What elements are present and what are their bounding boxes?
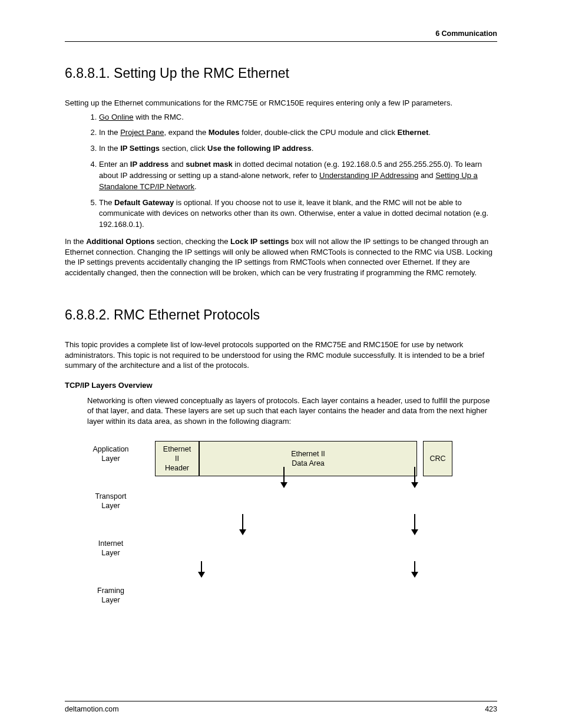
box-ethernet-header: EthernetIIHeader	[155, 441, 199, 476]
box-crc: CRC	[423, 441, 452, 476]
box-ethernet-data: Ethernet IIData Area	[199, 441, 417, 476]
svg-marker-3	[411, 482, 418, 488]
arrow-icon	[238, 514, 247, 535]
protocols-intro: This topic provides a complete list of l…	[65, 340, 497, 371]
arrow-icon	[410, 561, 419, 578]
arrow-icon	[410, 467, 419, 488]
bold-ip-address: IP address	[130, 160, 169, 169]
link-project-pane[interactable]: Project Pane	[120, 128, 164, 137]
step-4: Enter an IP address and subnet mask in d…	[99, 159, 497, 193]
bold-subnet-mask: subnet mask	[186, 160, 232, 169]
subheading-tcpip-layers: TCP/IP Layers Overview	[65, 380, 497, 391]
intro-paragraph: Setting up the Ethernet communications f…	[65, 98, 497, 108]
tcpip-layers-diagram: ApplicationLayer TransportLayer Internet…	[81, 441, 458, 630]
bold-ethernet: Ethernet	[398, 128, 429, 137]
bold-ip-settings: IP Settings	[120, 144, 160, 153]
svg-marker-11	[411, 572, 418, 578]
step-1: Go Online with the RMC.	[99, 112, 497, 123]
step-5: The Default Gateway is optional. If you …	[99, 197, 497, 231]
bold-use-following-ip: Use the following IP address	[207, 144, 312, 153]
heading-protocols: 6.8.8.2. RMC Ethernet Protocols	[65, 307, 497, 323]
svg-marker-5	[239, 529, 246, 535]
page-header: 6 Communication	[65, 29, 497, 42]
bold-modules: Modules	[209, 128, 240, 137]
link-go-online[interactable]: Go Online	[99, 113, 134, 121]
link-understanding-ip[interactable]: Understanding IP Addressing	[319, 171, 418, 180]
page-footer: deltamotion.com 423	[65, 701, 497, 713]
bold-lock-ip: Lock IP settings	[230, 237, 289, 246]
arrow-icon	[197, 561, 206, 578]
arrow-icon	[279, 467, 289, 488]
footer-domain: deltamotion.com	[65, 705, 119, 713]
step-3: In the IP Settings section, click Use th…	[99, 143, 497, 154]
label-framing-layer: FramingLayer	[81, 586, 140, 605]
heading-setting-up: 6.8.8.1. Setting Up the RMC Ethernet	[65, 65, 497, 81]
svg-marker-1	[280, 482, 287, 488]
label-application-layer: ApplicationLayer	[81, 444, 140, 464]
svg-marker-7	[411, 529, 418, 535]
label-internet-layer: InternetLayer	[81, 539, 140, 558]
footer-page-number: 423	[485, 705, 497, 713]
bold-default-gateway: Default Gateway	[114, 198, 174, 207]
arrow-icon	[410, 514, 419, 535]
label-transport-layer: TransportLayer	[81, 492, 140, 511]
svg-marker-9	[198, 572, 205, 578]
layers-description: Networking is often viewed conceptually …	[87, 396, 497, 427]
additional-options-paragraph: In the Additional Options section, check…	[65, 236, 497, 278]
bold-additional-options: Additional Options	[86, 237, 154, 246]
step-2: In the Project Pane, expand the Modules …	[99, 127, 497, 139]
